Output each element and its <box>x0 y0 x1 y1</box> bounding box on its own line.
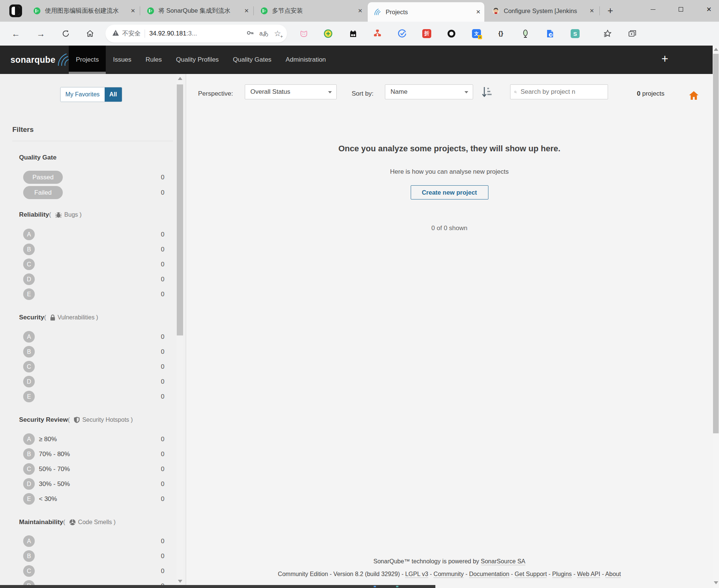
rating-filter-row: A 0 <box>23 229 164 240</box>
ext-green-plus-icon[interactable] <box>323 29 333 38</box>
favorite-this-page-icon[interactable]: ☆+ <box>274 30 281 37</box>
sonarsource-link[interactable]: SonarSource SA <box>481 558 525 565</box>
perspective-select[interactable]: Overall Status <box>245 84 337 99</box>
home-icon[interactable] <box>689 91 699 102</box>
rating-a-badge[interactable]: A <box>23 433 35 445</box>
page-scrollbar-thumb[interactable] <box>713 54 719 433</box>
rating-e-badge[interactable]: E <box>23 493 35 505</box>
scroll-down-arrow[interactable] <box>176 578 183 585</box>
not-secure-label[interactable]: 不安全 <box>122 30 141 38</box>
footer-link-plugins[interactable]: Plugins <box>552 571 572 578</box>
browser-tab-5[interactable]: Configure System [Jenkins ✕ <box>486 0 598 22</box>
favorites-icon[interactable] <box>603 29 612 38</box>
rating-a-badge[interactable]: A <box>23 331 35 343</box>
ext-black-cat-icon[interactable] <box>348 29 358 38</box>
ext-s-icon[interactable]: S <box>570 29 580 38</box>
rating-b-badge[interactable]: B <box>23 244 35 255</box>
collections-icon[interactable] <box>627 29 637 38</box>
passed-pill[interactable]: Passed <box>23 171 63 184</box>
reload-button[interactable] <box>58 22 73 46</box>
footer-link-lgpl[interactable]: LGPL v3 <box>405 571 428 578</box>
nav-quality-gates[interactable]: Quality Gates <box>226 46 278 74</box>
url-host[interactable]: 34.92.90.181 <box>149 30 186 37</box>
rating-b-badge[interactable]: B <box>23 346 35 358</box>
sonarqube-logo[interactable]: sonarqube <box>10 46 71 74</box>
back-button[interactable]: ← <box>8 22 23 46</box>
rating-c-badge[interactable]: C <box>23 463 35 475</box>
browser-tab-3[interactable]: 多节点安装 ✕ <box>254 0 366 22</box>
browser-home-button[interactable] <box>83 22 98 46</box>
footer-link-documentation[interactable]: Documentation <box>469 571 509 578</box>
ext-lens-icon[interactable] <box>521 29 530 38</box>
project-search-box[interactable] <box>510 84 608 99</box>
rating-e-badge[interactable]: E <box>23 288 35 300</box>
window-minimize-button[interactable] <box>644 0 661 19</box>
sidebar-scrollbar[interactable] <box>176 74 183 588</box>
ext-zhe-coupon-icon[interactable]: 折 <box>422 29 432 38</box>
url-port[interactable]: :3... <box>186 30 197 37</box>
nav-administration[interactable]: Administration <box>278 46 333 74</box>
forward-button[interactable]: → <box>33 22 48 46</box>
footer-link-about[interactable]: About <box>605 571 621 578</box>
rating-d-badge[interactable]: D <box>23 376 35 387</box>
tab-close-icon[interactable]: ✕ <box>358 7 362 14</box>
ext-black-ring-icon[interactable] <box>447 29 456 38</box>
ext-pink-cat-icon[interactable] <box>299 29 309 38</box>
rating-a-badge[interactable]: A <box>23 229 35 240</box>
nav-issues[interactable]: Issues <box>106 46 138 74</box>
read-aloud-icon[interactable]: aあ <box>259 30 269 38</box>
sort-select[interactable]: Name <box>385 84 473 99</box>
sidebar-scrollbar-thumb[interactable] <box>177 84 183 335</box>
rating-b-badge[interactable]: B <box>23 448 35 460</box>
tab-separator <box>140 6 140 15</box>
window-close-button[interactable]: ✕ <box>700 0 718 19</box>
ext-share-doc-icon[interactable] <box>545 29 555 38</box>
footer-link-get-support[interactable]: Get Support <box>515 571 547 578</box>
ext-braces-icon[interactable]: {} <box>496 29 506 38</box>
rating-d-badge[interactable]: D <box>23 273 35 285</box>
scroll-up-arrow[interactable] <box>176 75 183 82</box>
ext-check-circle-icon[interactable] <box>397 29 407 38</box>
tab-close-icon[interactable]: ✕ <box>589 7 594 14</box>
rating-filter-row: E < 30% 0 <box>23 493 164 505</box>
range-label: < 30% <box>39 495 57 503</box>
browser-tab-1[interactable]: 使用图形编辑面板创建流水 ✕ <box>27 0 139 22</box>
ext-translate-icon[interactable]: 文 A <box>472 29 481 38</box>
browser-tab-active-projects[interactable]: Projects ✕ <box>368 2 484 22</box>
browser-tab-2[interactable]: 将 SonarQube 集成到流水 ✕ <box>141 0 253 22</box>
page-scrollbar[interactable] <box>713 46 719 588</box>
scroll-down-arrow[interactable] <box>713 579 719 587</box>
rating-c-badge[interactable]: C <box>23 259 35 270</box>
sort-direction-button[interactable] <box>481 86 493 100</box>
address-bar[interactable]: 不安全 34.92.90.181 :3... aあ ☆+ <box>105 25 287 43</box>
tab-close-icon[interactable]: ✕ <box>244 7 249 14</box>
new-tab-button[interactable]: + <box>604 4 617 17</box>
nav-quality-profiles[interactable]: Quality Profiles <box>169 46 226 74</box>
rating-e-badge[interactable]: E <box>23 391 35 402</box>
range-label: 70% - 80% <box>39 451 70 458</box>
rating-a-badge[interactable]: A <box>23 535 35 547</box>
project-search-input[interactable] <box>520 88 604 96</box>
rating-d-badge[interactable]: D <box>23 478 35 490</box>
workspaces-icon[interactable] <box>9 4 22 17</box>
create-new-project-button[interactable]: Create new project <box>411 185 488 199</box>
bug-icon <box>55 212 62 218</box>
nav-rules[interactable]: Rules <box>139 46 169 74</box>
window-maximize-button[interactable] <box>672 0 689 19</box>
nav-projects[interactable]: Projects <box>69 46 106 74</box>
rating-c-badge[interactable]: C <box>23 361 35 372</box>
scroll-up-arrow[interactable] <box>713 46 719 53</box>
rating-b-badge[interactable]: B <box>23 550 35 562</box>
password-key-icon[interactable] <box>247 30 254 38</box>
footer-link-web-api[interactable]: Web API <box>577 571 600 578</box>
rating-filter-row: D 0 <box>23 376 164 387</box>
my-favorites-button[interactable]: My Favorites <box>61 87 105 102</box>
add-project-plus-button[interactable]: + <box>658 46 671 74</box>
failed-pill[interactable]: Failed <box>23 186 63 199</box>
rating-c-badge[interactable]: C <box>23 565 35 577</box>
footer-link-community[interactable]: Community <box>433 571 464 578</box>
ext-sitemap-icon[interactable] <box>373 29 382 38</box>
tab-close-icon[interactable]: ✕ <box>476 9 481 15</box>
tab-close-icon[interactable]: ✕ <box>130 7 135 14</box>
all-button[interactable]: All <box>105 87 122 102</box>
